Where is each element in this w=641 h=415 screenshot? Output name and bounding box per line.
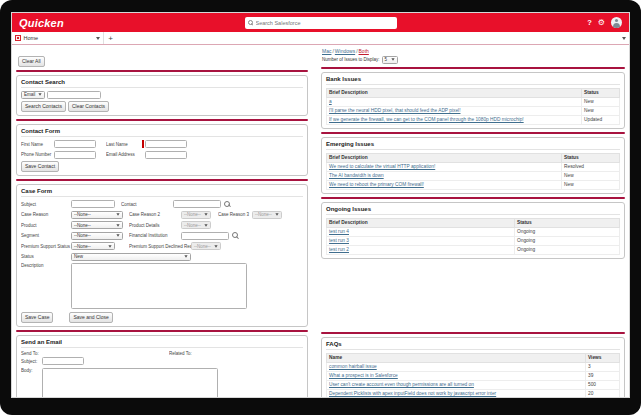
issue-link[interactable]: If we generate the firewall, we can get … — [329, 117, 524, 122]
lookup-icon[interactable] — [223, 200, 231, 208]
faq-link[interactable]: Dependent Picklists with apex inputField… — [329, 391, 496, 396]
issue-link[interactable]: We need to calculate the virtual HTTP ap… — [329, 164, 435, 169]
description-textarea[interactable] — [71, 263, 247, 309]
issue-count-select[interactable]: 5 — [382, 56, 398, 64]
product-select[interactable]: --None-- — [71, 221, 123, 229]
chevron-down-icon — [184, 255, 187, 257]
segment-select[interactable]: --None-- — [71, 232, 123, 240]
email-body-textarea[interactable] — [42, 368, 218, 399]
ongoing-issues-section: Ongoing Issues Brief Description Status … — [321, 202, 625, 259]
section-divider — [16, 330, 308, 332]
chevron-down-icon — [116, 234, 119, 236]
premium-support-status-select[interactable]: --None-- — [71, 242, 115, 250]
col-brief-description: Brief Description — [327, 218, 515, 227]
last-name-field[interactable] — [145, 140, 187, 148]
first-name-field[interactable] — [54, 140, 96, 148]
platform-filter: Mac/Windows/Both — [322, 48, 625, 54]
avatar[interactable] — [611, 17, 622, 28]
email-address-field[interactable] — [145, 151, 187, 159]
section-divider — [16, 70, 308, 72]
clear-contacts-button[interactable]: Clear Contacts — [68, 101, 109, 112]
phone-number-field[interactable] — [54, 151, 96, 159]
case-reason-2-select[interactable]: --None-- — [181, 211, 211, 219]
issue-link[interactable]: We need to reboot the primary COM firewa… — [329, 182, 424, 187]
issue-link[interactable]: test run 4 — [329, 229, 349, 234]
chevron-down-icon — [204, 213, 207, 215]
related-to-label: Related To: — [169, 351, 192, 356]
phone-number-label: Phone Number — [21, 152, 54, 157]
product-label: Product — [21, 223, 71, 228]
faq-link[interactable]: common hairball issue — [329, 364, 377, 369]
help-icon[interactable]: ? — [587, 18, 592, 27]
contact-search-field-select[interactable]: Email — [21, 91, 45, 99]
faq-link[interactable]: User can't create account even though pe… — [329, 382, 474, 387]
table-row: Dependent Picklists with apex inputField… — [327, 389, 620, 398]
section-divider — [321, 332, 625, 334]
email-subject-field[interactable] — [42, 357, 84, 365]
faqs-section: FAQs Name Views common hairball issue3 W… — [321, 337, 625, 399]
section-divider — [321, 132, 625, 134]
last-name-label: Last Name — [106, 142, 142, 147]
issue-link[interactable]: I'll parse the neural HDD pixel, that sh… — [329, 108, 460, 113]
table-row: test run 3Ongoing — [327, 236, 620, 245]
clear-all-button[interactable]: Clear All — [18, 56, 45, 67]
quicken-logo: Quicken — [19, 17, 64, 29]
global-search[interactable] — [245, 17, 397, 29]
contact-search-title: Contact Search — [21, 79, 303, 88]
issue-count-control: Number of Issues to Display: 5 — [322, 56, 625, 64]
home-tab-icon — [15, 35, 21, 41]
platform-link-both[interactable]: Both — [359, 48, 369, 54]
col-views: Views — [586, 353, 620, 362]
faq-link[interactable]: What a prospect is in Salesforce — [329, 373, 398, 378]
issue-link[interactable]: test run 3 — [329, 238, 349, 243]
bank-issues-table: Brief Description Status aNew I'll parse… — [326, 88, 620, 125]
col-status: Status — [562, 153, 620, 162]
lookup-icon[interactable] — [231, 232, 239, 240]
save-contact-button[interactable]: Save Contact — [21, 161, 59, 172]
issue-link[interactable]: test run 2 — [329, 247, 349, 252]
col-brief-description: Brief Description — [327, 153, 562, 162]
email-subject-label: Subject: — [21, 359, 42, 364]
financial-institution-field[interactable] — [181, 232, 229, 240]
required-indicator — [142, 140, 144, 148]
emerging-issues-section: Emerging Issues Brief Description Status… — [321, 137, 625, 194]
send-email-title: Send an Email — [21, 339, 303, 348]
table-row: We need to reboot the primary COM firewa… — [327, 180, 620, 189]
subject-field[interactable] — [71, 200, 115, 208]
product-details-select[interactable]: --None-- — [181, 221, 211, 229]
platform-link-mac[interactable]: Mac — [322, 48, 331, 54]
case-reason-3-select[interactable]: --None-- — [252, 211, 282, 219]
table-row: What a prospect is in Salesforce39 — [327, 371, 620, 380]
console-tab-bar: Home + — [12, 32, 629, 45]
premium-declined-reason-select[interactable]: --None-- — [191, 242, 221, 250]
table-row: test run 2Ongoing — [327, 245, 620, 254]
add-tab-button[interactable]: + — [104, 32, 117, 44]
contact-search-input[interactable] — [47, 91, 101, 99]
case-reason-select[interactable]: --None-- — [71, 211, 123, 219]
save-case-button[interactable]: Save Case — [21, 312, 53, 323]
search-input[interactable] — [256, 20, 394, 26]
issue-link[interactable]: a — [329, 99, 332, 104]
faqs-title: FAQs — [326, 341, 620, 350]
chevron-down-icon — [116, 213, 119, 215]
emerging-issues-title: Emerging Issues — [326, 141, 620, 150]
chevron-down-icon — [116, 224, 119, 226]
main-content: Clear All Contact Search Email Search Co… — [12, 45, 629, 398]
search-contacts-button[interactable]: Search Contacts — [21, 101, 66, 112]
tab-overflow-caret-icon[interactable] — [622, 37, 626, 40]
header-actions: ? ⚙ — [587, 17, 622, 28]
app-window: Quicken ? ⚙ Home + Clear All — [11, 12, 630, 398]
issue-link[interactable]: The AI bandwidth is down — [329, 173, 384, 178]
case-form-section: Case Form Subject Contact Case Reason --… — [16, 184, 308, 327]
chevron-down-icon[interactable] — [96, 37, 100, 40]
subject-label: Subject — [21, 202, 71, 207]
save-and-close-button[interactable]: Save and Close — [69, 312, 112, 323]
status-select[interactable]: New — [71, 253, 191, 261]
app-header: Quicken ? ⚙ — [12, 13, 629, 32]
bank-issues-section: Bank Issues Brief Description Status aNe… — [321, 72, 625, 129]
platform-link-windows[interactable]: Windows — [335, 48, 355, 54]
gear-icon[interactable]: ⚙ — [598, 19, 605, 27]
contact-lookup-field[interactable] — [173, 200, 221, 208]
table-row: User can't create account even though pe… — [327, 380, 620, 389]
tab-home[interactable]: Home — [12, 32, 104, 44]
